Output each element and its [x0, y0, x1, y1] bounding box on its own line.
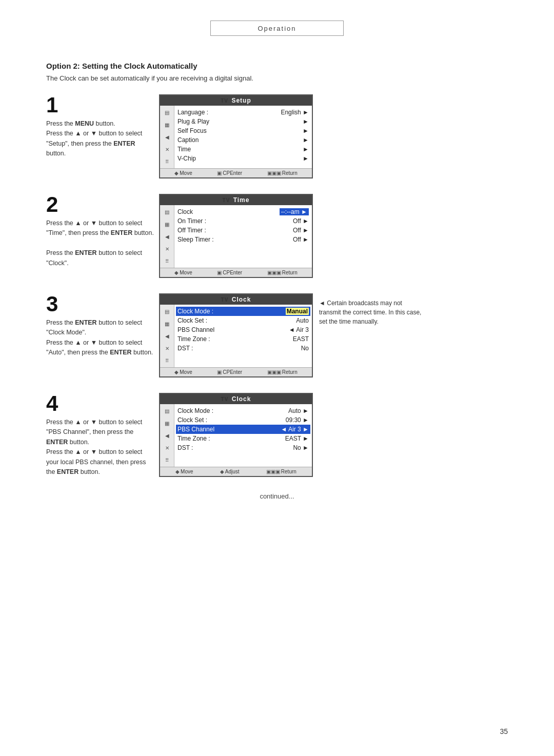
step-left-3: 3Press the ENTER button to select "Clock…	[46, 293, 159, 358]
footer-icon-2-1: ▣	[217, 270, 222, 275]
menu-label-1-4: Time	[177, 146, 191, 153]
menu-label-2-0: Clock	[177, 208, 193, 215]
menu-value-3-2: ◄ Air 3	[289, 326, 309, 333]
volume-icon: ◀	[163, 132, 172, 142]
menu-value-2-2: Off ►	[293, 227, 309, 234]
menu-value-2-3: Off ►	[293, 236, 309, 243]
menu-label-4-0: Clock Mode :	[177, 407, 213, 414]
menu-label-2-2: Off Timer :	[177, 227, 206, 234]
step-block-4: 4Press the ▲ or ▼ button to select "PBS …	[46, 393, 508, 477]
tv-menu-box-1: TV Setup▤▦◀✕⠿Language :English ►Plug & P…	[159, 94, 313, 178]
footer-label-1-1: CPEnter	[223, 170, 242, 176]
tv-footer-item-2-1: ▣CPEnter	[217, 270, 242, 275]
menu-value-4-4: No ►	[293, 444, 309, 451]
step-text-2: Press the ▲ or ▼ button to select "Time"…	[46, 218, 154, 268]
footer-icon-1-2: ▣▣▣	[267, 170, 281, 176]
continued-text: continued...	[46, 492, 508, 500]
settings-icon: ⠿	[163, 356, 172, 365]
footer-label-2-1: CPEnter	[223, 270, 242, 275]
menu-row-4-0: Clock Mode :Auto ►	[177, 406, 309, 415]
step-number-2: 2	[46, 194, 154, 215]
main-content: Option 2: Setting the Clock Automaticall…	[0, 36, 554, 531]
menu-row-4-2: PBS Channel◄ Air 3 ►	[176, 425, 310, 434]
step-right-1: TV Setup▤▦◀✕⠿Language :English ►Plug & P…	[159, 94, 508, 178]
footer-label-2-2: Return	[282, 270, 298, 275]
intro-text: The Clock can be set automatically if yo…	[46, 74, 508, 82]
step-right-4: TV Clock▤▦◀✕⠿Clock Mode :Auto ►Clock Set…	[159, 393, 508, 477]
tv-menu-box-3: TV Clock▤▦◀✕⠿Clock Mode :ManualClock Set…	[159, 293, 313, 377]
step-text-3: Press the ENTER button to select "Clock …	[46, 318, 154, 358]
menu-label-3-4: DST :	[177, 345, 193, 352]
footer-label-3-1: CPEnter	[223, 369, 242, 375]
tv-icons-column: ▤▦◀✕⠿	[160, 305, 174, 367]
tv-box-body-2: ▤▦◀✕⠿Clock--:--am ►On Timer :Off ►Off Ti…	[160, 205, 312, 268]
tv-footer-item-1-2: ▣▣▣Return	[267, 170, 298, 176]
tv-menu-header-4: TV Clock	[160, 394, 312, 404]
step-right-2: TV Time▤▦◀✕⠿Clock--:--am ►On Timer :Off …	[159, 194, 508, 278]
menu-row-3-0: Clock Mode :Manual	[176, 307, 310, 316]
menu-value-3-0: Manual	[286, 308, 309, 315]
step-right-inner-1: TV Setup▤▦◀✕⠿Language :English ►Plug & P…	[159, 94, 313, 178]
tv-box-body-1: ▤▦◀✕⠿Language :English ►Plug & Play ►Sel…	[160, 106, 312, 168]
tv-footer-item-4-0: ◆Move	[175, 469, 193, 474]
tv-footer-2: ◆Move▣CPEnter▣▣▣Return	[160, 268, 312, 277]
menu-row-2-0: Clock--:--am ►	[177, 207, 309, 216]
menu-label-1-5: V-Chip	[177, 155, 196, 162]
step-left-2: 2Press the ▲ or ▼ button to select "Time…	[46, 194, 159, 268]
menu-row-3-1: Clock Set :Auto	[177, 316, 309, 325]
menu-row-2-3: Sleep Timer :Off ►	[177, 235, 309, 244]
page-header: Operation	[210, 21, 344, 36]
footer-icon-2-0: ◆	[174, 270, 179, 275]
tv-footer-3: ◆Move▣CPEnter▣▣▣Return	[160, 367, 312, 376]
footer-label-4-0: Move	[181, 469, 193, 474]
steps-container: 1Press the MENU button.Press the ▲ or ▼ …	[46, 94, 508, 477]
tv-label-3: TV	[221, 297, 229, 303]
tv-menu-col-2: Clock--:--am ►On Timer :Off ►Off Timer :…	[174, 205, 312, 268]
footer-icon-3-2: ▣▣▣	[267, 369, 281, 375]
tv-footer-item-2-0: ◆Move	[174, 270, 192, 275]
menu-label-1-3: Caption	[177, 136, 199, 144]
menu-label-3-1: Clock Set :	[177, 317, 207, 324]
menu-row-1-1: Plug & Play ►	[177, 117, 309, 126]
page-number: 35	[500, 727, 508, 735]
channel-icon: ▦	[163, 220, 172, 229]
menu-label-3-0: Clock Mode :	[177, 308, 213, 315]
tv-menu-header-3: TV Clock	[160, 294, 312, 305]
settings-icon: ⠿	[163, 157, 172, 166]
step-text-1: Press the MENU button.Press the ▲ or ▼ b…	[46, 119, 154, 159]
menu-label-2-3: Sleep Timer :	[177, 236, 214, 243]
menu-label-1-0: Language :	[177, 109, 208, 116]
tv-label-2: TV	[223, 197, 230, 203]
menu-value-3-1: Auto	[296, 317, 309, 324]
menu-label-1-2: Self Focus	[177, 127, 207, 134]
tv-box-body-3: ▤▦◀✕⠿Clock Mode :ManualClock Set :AutoPB…	[160, 305, 312, 367]
mute-icon: ✕	[163, 145, 172, 154]
menu-label-4-2: PBS Channel	[177, 426, 214, 433]
tv-label-1: TV	[221, 98, 228, 104]
tv-footer-1: ◆Move▣CPEnter▣▣▣Return	[160, 168, 312, 177]
step-block-3: 3Press the ENTER button to select "Clock…	[46, 293, 508, 377]
tv-icons-column: ▤▦◀✕⠿	[160, 404, 174, 467]
footer-label-2-0: Move	[180, 270, 192, 275]
menu-label-1-1: Plug & Play	[177, 118, 209, 125]
step-block-2: 2Press the ▲ or ▼ button to select "Time…	[46, 194, 508, 278]
menu-row-4-4: DST :No ►	[177, 443, 309, 452]
tv-menu-header-1: TV Setup	[160, 95, 312, 106]
footer-label-4-1: Adjust	[225, 469, 240, 474]
menu-label-2-1: On Timer :	[177, 217, 206, 225]
antenna-icon: ▤	[163, 406, 172, 415]
menu-row-1-4: Time ►	[177, 145, 309, 154]
tv-footer-item-2-2: ▣▣▣Return	[267, 270, 298, 275]
footer-label-1-2: Return	[282, 170, 298, 176]
menu-row-3-3: Time Zone :EAST	[177, 334, 309, 344]
footer-label-3-0: Move	[180, 369, 192, 375]
menu-row-2-2: Off Timer :Off ►	[177, 226, 309, 235]
tv-footer-item-4-2: ▣▣▣Return	[266, 469, 296, 474]
menu-value-1-3: ►	[303, 136, 309, 144]
footer-icon-3-0: ◆	[174, 369, 179, 375]
menu-value-2-0: --:--am ►	[280, 208, 309, 215]
footer-label-4-2: Return	[281, 469, 296, 474]
antenna-icon: ▤	[163, 207, 172, 216]
menu-row-1-2: Self Focus ►	[177, 126, 309, 135]
step-number-1: 1	[46, 94, 154, 116]
